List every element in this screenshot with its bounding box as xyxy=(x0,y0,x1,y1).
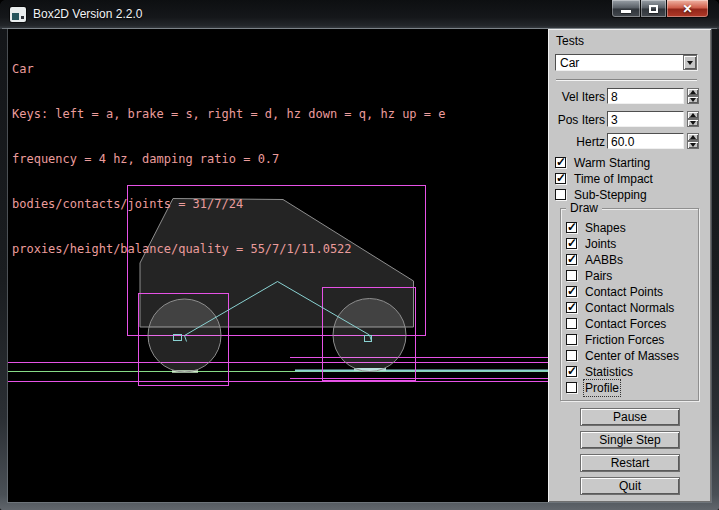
hertz-down-button[interactable] xyxy=(687,141,699,149)
window-controls: ✕ xyxy=(611,0,709,18)
hud-line-test-name: Car xyxy=(12,62,445,77)
checkbox-box[interactable] xyxy=(566,270,577,281)
checkbox-warm-starting[interactable]: Warm Starting xyxy=(555,156,650,169)
window-title: Box2D Version 2.2.0 xyxy=(33,7,142,21)
vel-iters-down-button[interactable] xyxy=(687,96,699,104)
checkbox-joints[interactable]: Joints xyxy=(566,237,616,250)
checkbox-sub-stepping[interactable]: Sub-Stepping xyxy=(555,188,647,201)
test-select-value: Car xyxy=(556,55,683,70)
checkbox-label: Time of Impact xyxy=(574,172,653,186)
tests-label: Tests xyxy=(556,34,584,48)
checkbox-label: Friction Forces xyxy=(585,333,664,347)
pos-iters-input[interactable]: 3 xyxy=(607,111,684,127)
quit-button[interactable]: Quit xyxy=(580,477,680,495)
close-icon: ✕ xyxy=(682,3,692,15)
arrow-down-icon xyxy=(690,143,696,147)
hud-text: Car Keys: left = a, brake = s, right = d… xyxy=(12,32,445,287)
checkbox-center-of-masses[interactable]: Center of Masses xyxy=(566,349,679,362)
arrow-up-icon xyxy=(690,113,696,117)
close-button[interactable]: ✕ xyxy=(667,0,709,18)
separator xyxy=(556,79,697,81)
checkbox-shapes[interactable]: Shapes xyxy=(566,221,626,234)
maximize-icon xyxy=(649,5,658,13)
checkbox-contact-forces[interactable]: Contact Forces xyxy=(566,317,666,330)
hertz-input[interactable]: 60.0 xyxy=(607,133,684,149)
checkbox-label: Profile xyxy=(585,381,619,395)
checkbox-label: Statistics xyxy=(585,365,633,379)
checkbox-friction-forces[interactable]: Friction Forces xyxy=(566,333,664,346)
checkbox-profile[interactable]: Profile xyxy=(566,381,619,394)
restart-button[interactable]: Restart xyxy=(580,454,680,472)
client-area: Car Keys: left = a, brake = s, right = d… xyxy=(8,29,711,502)
arrow-up-icon xyxy=(690,90,696,94)
hud-line-bodies: bodies/contacts/joints = 31/7/24 xyxy=(12,197,445,212)
checkbox-box[interactable] xyxy=(566,222,577,233)
checkbox-box[interactable] xyxy=(555,157,566,168)
bridge-aabb-lines xyxy=(290,358,548,379)
checkbox-contact-points[interactable]: Contact Points xyxy=(566,285,663,298)
pos-iters-spinner xyxy=(687,111,699,127)
test-select-dropdown-button[interactable] xyxy=(683,55,697,70)
checkbox-box[interactable] xyxy=(566,302,577,313)
checkbox-label: Joints xyxy=(585,237,616,251)
box2d-window: Box2D Version 2.2.0 ✕ xyxy=(0,0,719,510)
checkbox-label: Contact Forces xyxy=(585,317,666,331)
app-icon xyxy=(10,7,26,22)
checkbox-label: Sub-Stepping xyxy=(574,188,647,202)
checkbox-label: Pairs xyxy=(585,269,612,283)
hud-line-proxies: proxies/height/balance/quality = 55/7/1/… xyxy=(12,242,445,257)
draw-group: Draw Shapes Joints AABBs Pairs xyxy=(560,208,699,401)
vel-iters-spinner xyxy=(687,88,699,104)
test-select[interactable]: Car xyxy=(555,54,698,71)
hertz-up-button[interactable] xyxy=(687,133,699,141)
arrow-down-icon xyxy=(690,121,696,125)
vel-iters-label: Vel Iters xyxy=(548,90,605,104)
vel-iters-input[interactable]: 8 xyxy=(607,88,684,104)
checkbox-label: AABBs xyxy=(585,253,623,267)
checkbox-label: Warm Starting xyxy=(574,156,650,170)
pos-iters-label: Pos Iters xyxy=(548,113,605,127)
title-bar[interactable]: Box2D Version 2.2.0 ✕ xyxy=(0,0,719,29)
checkbox-pairs[interactable]: Pairs xyxy=(566,269,612,282)
checkbox-contact-normals[interactable]: Contact Normals xyxy=(566,301,674,314)
checkbox-label: Center of Masses xyxy=(585,349,679,363)
checkbox-label: Contact Points xyxy=(585,285,663,299)
pos-iters-row: Pos Iters 3 xyxy=(548,111,711,128)
hud-line-frequency: frequency = 4 hz, damping ratio = 0.7 xyxy=(12,152,445,167)
chevron-down-icon xyxy=(687,61,693,65)
minimize-icon xyxy=(621,10,631,13)
vel-iters-row: Vel Iters 8 xyxy=(548,88,711,105)
checkbox-box[interactable] xyxy=(566,238,577,249)
arrow-down-icon xyxy=(690,98,696,102)
maximize-button[interactable] xyxy=(641,0,667,18)
hertz-label: Hertz xyxy=(548,135,605,149)
pause-button[interactable]: Pause xyxy=(580,408,680,426)
simulation-canvas[interactable]: Car Keys: left = a, brake = s, right = d… xyxy=(8,29,548,502)
hud-line-keys: Keys: left = a, brake = s, right = d, hz… xyxy=(12,107,445,122)
checkbox-statistics[interactable]: Statistics xyxy=(566,365,633,378)
checkbox-label: Contact Normals xyxy=(585,301,674,315)
checkbox-label: Shapes xyxy=(585,221,626,235)
checkbox-box[interactable] xyxy=(555,173,566,184)
pos-iters-up-button[interactable] xyxy=(687,111,699,119)
checkbox-box[interactable] xyxy=(566,350,577,361)
checkbox-box[interactable] xyxy=(566,286,577,297)
checkbox-box[interactable] xyxy=(566,254,577,265)
arrow-up-icon xyxy=(690,135,696,139)
pos-iters-down-button[interactable] xyxy=(687,119,699,127)
draw-group-title: Draw xyxy=(566,201,602,215)
checkbox-aabbs[interactable]: AABBs xyxy=(566,253,623,266)
hertz-spinner xyxy=(687,133,699,149)
checkbox-box[interactable] xyxy=(555,189,566,200)
control-panel: Tests Car Vel Iters 8 Pos Iters 3 xyxy=(548,29,711,502)
minimize-button[interactable] xyxy=(611,0,641,18)
checkbox-box[interactable] xyxy=(566,334,577,345)
checkbox-box[interactable] xyxy=(566,318,577,329)
checkbox-box[interactable] xyxy=(566,382,577,393)
vel-iters-up-button[interactable] xyxy=(687,88,699,96)
hertz-row: Hertz 60.0 xyxy=(548,133,711,150)
checkbox-time-of-impact[interactable]: Time of Impact xyxy=(555,172,653,185)
single-step-button[interactable]: Single Step xyxy=(580,431,680,449)
checkbox-box[interactable] xyxy=(566,366,577,377)
